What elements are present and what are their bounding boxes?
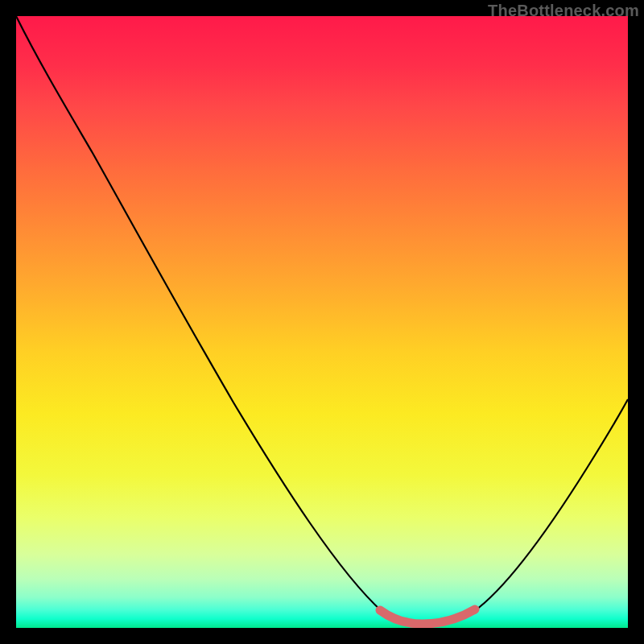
valley-marker [380,609,475,624]
bottleneck-curve [16,16,628,625]
plot-area [16,16,628,628]
chart-container: TheBottleneck.com [0,0,644,644]
watermark-text: TheBottleneck.com [488,2,639,20]
curve-svg [16,16,628,628]
